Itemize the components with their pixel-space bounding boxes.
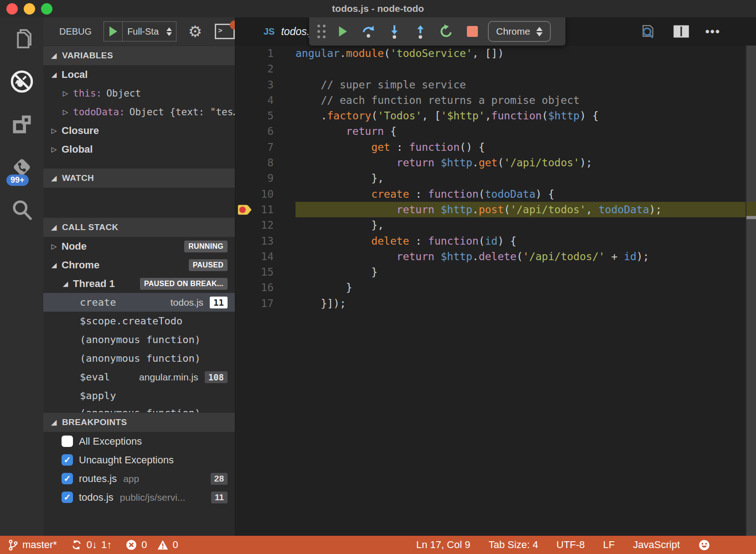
toolbar-drag-handle[interactable] bbox=[317, 25, 326, 38]
scope-row[interactable]: ▷Closure bbox=[43, 121, 235, 140]
code-text[interactable]: }, bbox=[295, 170, 756, 186]
code-text[interactable]: // super simple service bbox=[295, 77, 756, 92]
continue-button[interactable] bbox=[329, 25, 355, 38]
code-text[interactable]: create : function(todoData) { bbox=[295, 186, 756, 202]
configure-gear-button[interactable]: ⚙ bbox=[188, 24, 202, 39]
launch-config-select[interactable]: Full-Sta bbox=[123, 26, 166, 37]
continue-icon bbox=[336, 25, 349, 38]
step-out-button[interactable] bbox=[407, 24, 433, 39]
breakpoint-row[interactable]: ✓Uncaught Exceptions bbox=[43, 451, 235, 469]
code-text[interactable]: // each function returns a promise objec… bbox=[295, 92, 756, 108]
section-header-variables[interactable]: ◢ VARIABLES bbox=[43, 46, 235, 65]
breakpoint-gutter[interactable] bbox=[235, 77, 254, 92]
code-text[interactable]: return { bbox=[295, 123, 756, 139]
encoding-item[interactable]: UTF-8 bbox=[556, 539, 585, 551]
stack-frame-row[interactable]: $scope.createTodo bbox=[43, 312, 235, 330]
code-text[interactable]: return $http.post('/api/todos', todoData… bbox=[295, 202, 756, 217]
watch-empty-area bbox=[43, 188, 235, 217]
activity-extensions[interactable] bbox=[0, 103, 43, 146]
overview-ruler[interactable] bbox=[746, 46, 756, 536]
code-text[interactable]: } bbox=[295, 280, 756, 295]
session-row[interactable]: ▷NodeRUNNING bbox=[43, 237, 235, 256]
cursor-position-item[interactable]: Ln 17, Col 9 bbox=[416, 539, 471, 551]
breakpoint-checkbox[interactable]: ✓ bbox=[62, 492, 73, 503]
language-item[interactable]: JavaScript bbox=[633, 539, 680, 551]
problems-item[interactable]: 0 0 bbox=[125, 539, 178, 551]
scope-row[interactable]: ◢Local bbox=[43, 65, 235, 84]
stack-frame-row[interactable]: $evalangular.min.js108 bbox=[43, 368, 235, 386]
breakpoint-checkbox[interactable] bbox=[62, 436, 73, 447]
breakpoint-gutter[interactable] bbox=[235, 46, 254, 61]
stack-frame-row[interactable]: (anonymous function) bbox=[43, 330, 235, 349]
breakpoint-gutter[interactable] bbox=[235, 217, 254, 233]
git-branch-item[interactable]: master* bbox=[8, 539, 57, 551]
breakpoint-gutter[interactable] bbox=[235, 186, 254, 202]
section-header-watch[interactable]: ◢ WATCH bbox=[43, 168, 235, 188]
session-row[interactable]: ◢ChromePAUSED bbox=[43, 256, 235, 274]
activity-git[interactable]: 99+ bbox=[0, 146, 43, 189]
code-text[interactable]: get : function() { bbox=[295, 139, 756, 155]
stack-frame-row[interactable]: (anonymous function) bbox=[43, 349, 235, 368]
activity-explorer[interactable] bbox=[0, 17, 43, 60]
smiley-icon bbox=[698, 539, 710, 551]
more-actions-icon[interactable]: ••• bbox=[705, 25, 720, 39]
variable-row[interactable]: ▷this:Object bbox=[43, 84, 235, 103]
breakpoint-row[interactable]: All Exceptions bbox=[43, 432, 235, 451]
breakpoint-gutter[interactable] bbox=[235, 123, 254, 139]
breakpoint-gutter[interactable] bbox=[235, 139, 254, 155]
variable-row[interactable]: ▷todoData:Object {text: "tes… bbox=[43, 103, 235, 121]
tab-size-item[interactable]: Tab Size: 4 bbox=[488, 539, 538, 551]
code-text[interactable]: return $http.get('/api/todos'); bbox=[295, 155, 756, 170]
stack-frame-row[interactable]: createtodos.js11 bbox=[43, 293, 235, 312]
select-arrows-icon bbox=[536, 27, 543, 36]
restart-button[interactable] bbox=[433, 24, 459, 39]
section-header-breakpoints[interactable]: ◢ BREAKPOINTS bbox=[43, 412, 235, 432]
eol-item[interactable]: LF bbox=[603, 539, 615, 551]
breakpoint-gutter[interactable] bbox=[235, 233, 254, 249]
activity-debug[interactable] bbox=[0, 60, 43, 103]
code-text[interactable]: }]); bbox=[295, 296, 756, 311]
breakpoint-row[interactable]: ✓todos.jspublic/js/servi...11 bbox=[43, 488, 235, 507]
breakpoint-row[interactable]: ✓routes.jsapp28 bbox=[43, 469, 235, 488]
line-number: 15 bbox=[254, 264, 274, 280]
breakpoint-gutter[interactable] bbox=[235, 280, 254, 295]
breakpoint-gutter[interactable] bbox=[235, 92, 254, 108]
breakpoint-gutter[interactable] bbox=[235, 296, 254, 311]
code-text[interactable] bbox=[295, 61, 756, 77]
git-sync-item[interactable]: 0↓ 1↑ bbox=[71, 539, 112, 551]
stack-frame-row[interactable]: (anonymous function) bbox=[43, 405, 235, 412]
debug-console-button[interactable]: > bbox=[215, 24, 235, 39]
status-right-group: Ln 17, Col 9 Tab Size: 4 UTF-8 LF JavaSc… bbox=[408, 539, 710, 551]
stack-frame-row[interactable]: $apply bbox=[43, 386, 235, 405]
thread-row[interactable]: ◢Thread 1PAUSED ON BREAK... bbox=[43, 274, 235, 293]
code-text[interactable]: } bbox=[295, 264, 756, 280]
stop-button[interactable] bbox=[459, 26, 485, 37]
breakpoint-gutter[interactable] bbox=[235, 170, 254, 186]
breakpoint-gutter[interactable] bbox=[235, 61, 254, 77]
breakpoint-gutter[interactable] bbox=[235, 202, 254, 217]
code-text[interactable]: delete : function(id) { bbox=[295, 233, 756, 249]
section-header-callstack[interactable]: ◢ CALL STACK bbox=[43, 217, 235, 237]
breakpoint-checkbox[interactable]: ✓ bbox=[62, 473, 73, 484]
activity-search[interactable] bbox=[0, 189, 43, 231]
breakpoint-gutter[interactable] bbox=[235, 264, 254, 280]
debug-session-select[interactable]: Chrome bbox=[488, 21, 551, 42]
step-over-button[interactable] bbox=[355, 24, 381, 39]
breakpoint-gutter[interactable] bbox=[235, 108, 254, 123]
feedback-item[interactable] bbox=[698, 539, 710, 551]
code-text[interactable]: }, bbox=[295, 217, 756, 233]
step-into-button[interactable] bbox=[381, 24, 407, 39]
start-debug-button[interactable] bbox=[104, 26, 122, 36]
code-text[interactable]: angular.module('todoService', []) bbox=[295, 46, 756, 61]
code-text[interactable]: return $http.delete('/api/todos/' + id); bbox=[295, 249, 756, 264]
code-text[interactable]: .factory('Todos', ['$http',function($htt… bbox=[295, 108, 756, 123]
breakpoint-gutter[interactable] bbox=[235, 155, 254, 170]
scope-row[interactable]: ▷Global bbox=[43, 140, 235, 159]
branch-icon bbox=[8, 539, 18, 551]
split-editor-icon[interactable] bbox=[673, 24, 690, 39]
breakpoint-gutter[interactable] bbox=[235, 249, 254, 264]
debug-title: DEBUG bbox=[59, 26, 92, 37]
code-editor[interactable]: 1angular.module('todoService', [])23 // … bbox=[235, 46, 756, 536]
find-in-file-icon[interactable] bbox=[639, 22, 657, 41]
breakpoint-checkbox[interactable]: ✓ bbox=[62, 454, 73, 466]
